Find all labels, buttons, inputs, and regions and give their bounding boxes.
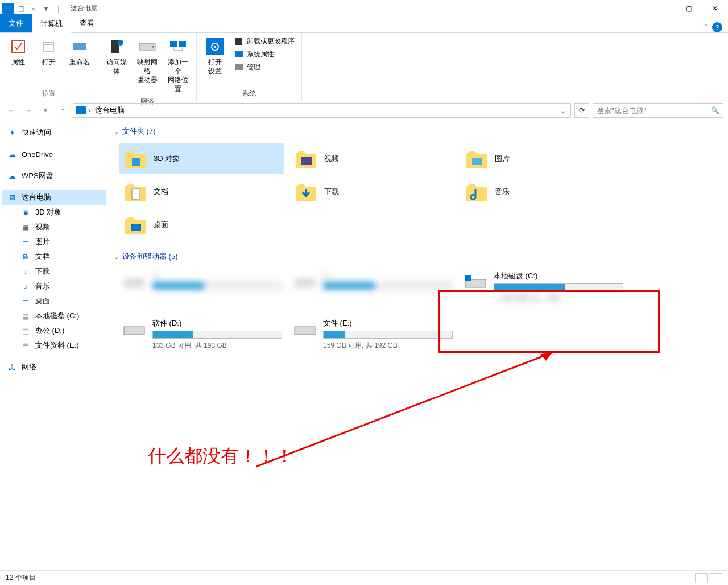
qat-new-icon[interactable]: ▫ bbox=[28, 3, 39, 14]
folder-icon bbox=[123, 213, 148, 236]
device-icon bbox=[122, 271, 147, 294]
svg-point-6 bbox=[152, 46, 154, 48]
drive-c[interactable]: 本地磁盘 (C:) — GB 可用, 共 — GB bbox=[461, 269, 626, 306]
system-props-button[interactable]: 系统属性 bbox=[232, 48, 297, 60]
folder-music[interactable]: 音乐 bbox=[461, 176, 626, 207]
drive-e[interactable]: 文件 (E:) 159 GB 可用, 共 192 GB bbox=[290, 316, 455, 353]
drive-blurred-1[interactable]: — bbox=[119, 269, 284, 306]
svg-rect-25 bbox=[295, 327, 315, 335]
svg-rect-17 bbox=[472, 158, 482, 165]
sidebar-3d-objects[interactable]: ▣3D 对象 bbox=[2, 205, 106, 220]
open-settings-button[interactable]: 打开 设置 bbox=[201, 35, 229, 78]
sidebar-wps[interactable]: ☁WPS网盘 bbox=[2, 168, 106, 183]
svg-rect-19 bbox=[131, 224, 141, 231]
disk-icon: ▤ bbox=[20, 326, 31, 336]
tab-view[interactable]: 查看 bbox=[71, 14, 103, 32]
address-dropdown[interactable]: ⌄ bbox=[558, 106, 568, 114]
tab-computer[interactable]: 计算机 bbox=[32, 15, 71, 33]
monitor-icon: 🖥 bbox=[7, 192, 17, 203]
wps-cloud-icon: ☁ bbox=[7, 171, 17, 181]
section-drives-header[interactable]: ⌄ 设备和驱动器 (5) bbox=[114, 252, 722, 262]
folder-3d-objects[interactable]: 3D 对象 bbox=[119, 143, 284, 174]
ribbon-collapse-icon[interactable]: ˄ bbox=[704, 23, 708, 31]
folder-downloads[interactable]: 下载 bbox=[290, 176, 455, 207]
drive-blurred-2[interactable]: — bbox=[290, 269, 455, 306]
pc-icon bbox=[76, 106, 86, 114]
qat-dropdown-icon[interactable]: ▾ bbox=[41, 3, 51, 14]
address-field[interactable]: › 这台电脑 ⌄ bbox=[73, 103, 571, 118]
map-drive-button[interactable]: 映射网络 驱动器 bbox=[134, 35, 161, 87]
tab-file[interactable]: 文件 bbox=[0, 14, 32, 32]
svg-point-4 bbox=[118, 40, 123, 46]
folder-videos[interactable]: 视频 bbox=[290, 143, 455, 174]
media-server-icon bbox=[107, 38, 126, 56]
svg-rect-23 bbox=[465, 275, 471, 281]
sidebar-network[interactable]: 🖧网络 bbox=[2, 360, 106, 374]
breadcrumb[interactable]: 这台电脑 bbox=[93, 105, 127, 116]
folder-pictures[interactable]: 图片 bbox=[461, 143, 626, 174]
manage-button[interactable]: 管理 bbox=[232, 61, 297, 73]
refresh-button[interactable]: ⟳ bbox=[574, 103, 589, 118]
svg-rect-8 bbox=[179, 41, 186, 47]
view-icons-button[interactable] bbox=[710, 573, 722, 583]
picture-icon: ▭ bbox=[20, 237, 31, 247]
svg-rect-2 bbox=[73, 43, 86, 50]
rename-icon bbox=[71, 38, 89, 56]
document-icon: 🗎 bbox=[20, 252, 31, 262]
close-button[interactable]: ✕ bbox=[702, 0, 728, 17]
uninstall-button[interactable]: 卸载或更改程序 bbox=[232, 35, 297, 47]
search-input[interactable] bbox=[597, 106, 711, 115]
sidebar-videos[interactable]: ▦视频 bbox=[2, 220, 106, 234]
rename-button[interactable]: 重命名 bbox=[66, 35, 93, 69]
sidebar-local-c[interactable]: ▤本地磁盘 (C:) bbox=[2, 308, 106, 323]
search-field[interactable]: 🔍 bbox=[593, 103, 723, 118]
section-folders-header[interactable]: ⌄ 文件夹 (7) bbox=[114, 126, 722, 137]
help-icon[interactable]: ? bbox=[712, 22, 722, 32]
sidebar-desktop[interactable]: ▭桌面 bbox=[2, 294, 106, 308]
open-button[interactable]: 打开 bbox=[35, 35, 63, 69]
maximize-button[interactable]: ▢ bbox=[676, 0, 702, 17]
cloud-icon: ☁ bbox=[7, 149, 17, 159]
disk-icon bbox=[463, 271, 488, 294]
svg-rect-16 bbox=[301, 157, 312, 165]
up-button[interactable]: ↑ bbox=[56, 104, 69, 117]
svg-rect-21 bbox=[295, 278, 315, 287]
svg-rect-15 bbox=[132, 158, 140, 166]
sidebar-onedrive[interactable]: ☁OneDrive bbox=[2, 147, 106, 162]
sidebar-music[interactable]: ♪音乐 bbox=[2, 279, 106, 294]
annotation-arrow bbox=[256, 347, 563, 472]
folder-desktop[interactable]: 桌面 bbox=[119, 209, 284, 240]
ribbon-tabs: 文件 计算机 查看 ˄ ? bbox=[0, 17, 728, 33]
download-icon: ↓ bbox=[20, 266, 31, 277]
recent-dropdown[interactable]: ▾ bbox=[39, 104, 52, 117]
drive-d[interactable]: 软件 (D:) 133 GB 可用, 共 193 GB bbox=[119, 316, 284, 353]
access-media-button[interactable]: 访问媒体 bbox=[103, 35, 130, 78]
open-icon bbox=[40, 38, 58, 56]
network-icon: 🖧 bbox=[7, 362, 17, 372]
drive-e-bar bbox=[323, 331, 453, 339]
sidebar-this-pc[interactable]: 🖥这台电脑 bbox=[2, 190, 106, 205]
ribbon: 属性 打开 重命名 位置 访问媒体 映射网络 驱动器 bbox=[0, 33, 728, 101]
music-icon: ♪ bbox=[20, 281, 31, 291]
svg-rect-7 bbox=[170, 41, 177, 47]
svg-rect-22 bbox=[465, 279, 486, 287]
disk-icon bbox=[122, 318, 147, 341]
drive-c-text: — GB 可用, 共 — GB bbox=[494, 294, 623, 303]
back-button[interactable]: ← bbox=[5, 104, 18, 117]
sidebar-documents[interactable]: 🗎文档 bbox=[2, 249, 106, 264]
forward-button[interactable]: → bbox=[22, 104, 35, 117]
sidebar-office-d[interactable]: ▤办公 (D:) bbox=[2, 323, 106, 338]
manage-icon bbox=[234, 63, 243, 72]
sidebar-downloads[interactable]: ↓下载 bbox=[2, 264, 106, 279]
sidebar-quick-access[interactable]: ✦快速访问 bbox=[2, 125, 106, 140]
properties-button[interactable]: 属性 bbox=[5, 35, 32, 69]
minimize-button[interactable]: — bbox=[650, 0, 676, 17]
add-network-button[interactable]: 添加一个 网络位置 bbox=[164, 35, 192, 96]
drive-c-bar bbox=[494, 283, 623, 291]
sidebar-pictures[interactable]: ▭图片 bbox=[2, 234, 106, 249]
qat-props-icon[interactable]: ▢ bbox=[16, 3, 26, 14]
view-details-button[interactable] bbox=[695, 573, 708, 583]
cube-icon: ▣ bbox=[20, 207, 31, 217]
sidebar-files-e[interactable]: ▤文件资料 (E:) bbox=[2, 338, 106, 353]
folder-documents[interactable]: 文档 bbox=[119, 176, 284, 207]
